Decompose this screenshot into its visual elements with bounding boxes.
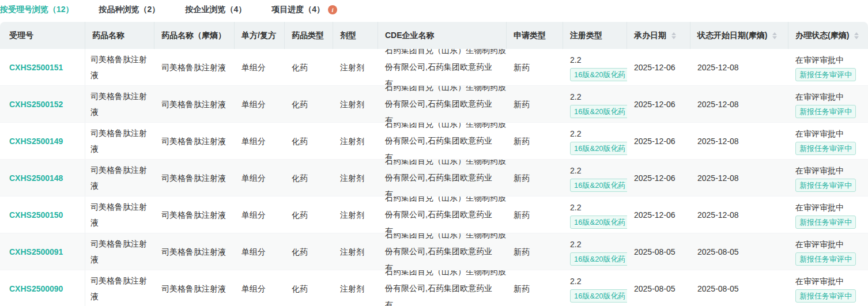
dosage-form-cell: 注射剂 bbox=[333, 123, 378, 159]
column-header-processing-status[interactable]: 办理状态(摩熵) bbox=[788, 22, 868, 49]
status-start-date-cell: 2025-12-08 bbox=[690, 49, 788, 85]
processing-status-value: 在审评审批中 bbox=[795, 275, 844, 288]
acceptance-date-cell: 2025-08-05 bbox=[627, 270, 690, 306]
column-header-drug-name: 药品名称 bbox=[85, 22, 154, 49]
acceptance-date-cell: 2025-12-06 bbox=[627, 197, 690, 233]
drug-name-cell: 司美格鲁肽注射液 bbox=[85, 270, 154, 306]
dosage-form-cell: 注射剂 bbox=[333, 233, 378, 270]
cde-company-cell: 石药集团百克（山东）生物制药股份有限公司,石药集团欧意药业有... bbox=[378, 270, 507, 306]
column-header-status-start-date[interactable]: 状态开始日期(摩熵) bbox=[690, 22, 788, 49]
mono-compound-cell: 单组分 bbox=[235, 270, 285, 306]
column-header-drug-name-moxiang: 药品名称（摩熵） bbox=[154, 22, 235, 49]
dosage-form-cell: 注射剂 bbox=[333, 270, 378, 306]
column-header-drug-type: 药品类型 bbox=[285, 22, 333, 49]
application-type-cell: 新药 bbox=[507, 197, 563, 233]
acceptance-no-link[interactable]: CXHS2500149 bbox=[9, 133, 63, 149]
tab-bar: 按受理号浏览（12） 按品种浏览（2） 按企业浏览（4） 项目进度（4） i bbox=[0, 0, 868, 22]
column-header-label: 承办日期 bbox=[634, 31, 666, 41]
table-row: CXHS2500090 司美格鲁肽注射液 司美格鲁肽注射液 单组分 化药 注射剂… bbox=[0, 270, 868, 306]
column-header-label: 状态开始日期(摩熵) bbox=[697, 31, 767, 41]
column-header-application-type: 申请类型 bbox=[507, 22, 563, 49]
processing-status-cell: 在审评审批中 新报任务审评中 bbox=[788, 270, 868, 306]
table-header-row: 受理号 药品名称 药品名称（摩熵） 单方/复方 药品类型 剂型 CDE企业名称 … bbox=[0, 22, 868, 49]
drug-type-cell: 化药 bbox=[285, 160, 333, 196]
cde-company-cell: 石药集团百克（山东）生物制药股份有限公司,石药集团欧意药业有... bbox=[378, 86, 507, 122]
tab-browse-by-acceptance-no[interactable]: 按受理号浏览（12） bbox=[0, 5, 74, 15]
acceptance-date-cell: 2025-08-05 bbox=[627, 233, 690, 270]
acceptance-no-cell: CXHS2500148 bbox=[0, 160, 85, 196]
sort-icon[interactable] bbox=[772, 32, 777, 39]
processing-status-badge: 新报任务审评中 bbox=[795, 105, 856, 118]
registration-type-cell: 2.2 16版&20版化药 bbox=[563, 233, 627, 270]
status-start-date-cell: 2025-12-08 bbox=[690, 160, 788, 196]
application-type-cell: 新药 bbox=[507, 123, 563, 159]
drug-type-cell: 化药 bbox=[285, 123, 333, 159]
tab-label: 项目进度（4） bbox=[271, 5, 324, 15]
status-start-date-cell: 2025-12-08 bbox=[690, 197, 788, 233]
drug-name-moxiang-cell: 司美格鲁肽注射液 bbox=[154, 123, 235, 159]
processing-status-cell: 在审评审批中 新报任务审评中 bbox=[788, 49, 868, 85]
tab-label: 按受理号浏览（12） bbox=[0, 5, 74, 15]
drug-type-cell: 化药 bbox=[285, 197, 333, 233]
acceptance-no-link[interactable]: CXHS2500091 bbox=[9, 244, 63, 260]
tab-browse-by-variety[interactable]: 按品种浏览（2） bbox=[99, 5, 160, 15]
registration-type-value: 2.2 bbox=[570, 164, 581, 177]
processing-status-badge: 新报任务审评中 bbox=[795, 179, 856, 192]
registration-type-cell: 2.2 16版&20版化药 bbox=[563, 123, 627, 159]
acceptance-no-link[interactable]: CXHS2500151 bbox=[9, 59, 63, 75]
cde-company-cell: 石药集团百克（山东）生物制药股份有限公司,石药集团欧意药业有... bbox=[378, 233, 507, 270]
registration-type-value: 2.2 bbox=[570, 201, 581, 214]
acceptance-no-link[interactable]: CXHS2500148 bbox=[9, 170, 63, 186]
drug-name-cell: 司美格鲁肽注射液 bbox=[85, 49, 154, 85]
table-row: CXHS2500149 司美格鲁肽注射液 司美格鲁肽注射液 单组分 化药 注射剂… bbox=[0, 123, 868, 160]
acceptance-date-cell: 2025-12-06 bbox=[627, 49, 690, 85]
drug-name-cell: 司美格鲁肽注射液 bbox=[85, 123, 154, 159]
acceptance-no-cell: CXHS2500149 bbox=[0, 123, 85, 159]
dosage-form-cell: 注射剂 bbox=[333, 86, 378, 122]
processing-status-cell: 在审评审批中 新报任务审评中 bbox=[788, 197, 868, 233]
sort-icon[interactable] bbox=[671, 32, 676, 39]
processing-status-value: 在审评审批中 bbox=[795, 90, 844, 103]
drug-type-cell: 化药 bbox=[285, 86, 333, 122]
registration-type-cell: 2.2 16版&20版化药 bbox=[563, 86, 627, 122]
registration-type-value: 2.2 bbox=[570, 238, 581, 251]
processing-status-badge: 新报任务审评中 bbox=[795, 142, 856, 155]
column-header-dosage-form: 剂型 bbox=[333, 22, 378, 49]
column-header-acceptance-no: 受理号 bbox=[0, 22, 85, 49]
acceptance-date-cell: 2025-12-06 bbox=[627, 86, 690, 122]
drug-type-cell: 化药 bbox=[285, 270, 333, 306]
mono-compound-cell: 单组分 bbox=[235, 86, 285, 122]
drug-name-moxiang-cell: 司美格鲁肽注射液 bbox=[154, 160, 235, 196]
tab-browse-by-company[interactable]: 按企业浏览（4） bbox=[185, 5, 246, 15]
sort-icon[interactable] bbox=[854, 32, 859, 39]
registration-type-value: 2.2 bbox=[570, 275, 581, 288]
column-header-cde-company: CDE企业名称 bbox=[378, 22, 507, 49]
tab-label: 按企业浏览（4） bbox=[185, 5, 246, 15]
registration-type-badge: 16版&20版化药 bbox=[570, 68, 627, 81]
drug-name-moxiang-cell: 司美格鲁肽注射液 bbox=[154, 233, 235, 270]
table-row: CXHS2500148 司美格鲁肽注射液 司美格鲁肽注射液 单组分 化药 注射剂… bbox=[0, 160, 868, 197]
processing-status-badge: 新报任务审评中 bbox=[795, 289, 856, 303]
drug-type-cell: 化药 bbox=[285, 49, 333, 85]
mono-compound-cell: 单组分 bbox=[235, 123, 285, 159]
table-row: CXHS2500151 司美格鲁肽注射液 司美格鲁肽注射液 单组分 化药 注射剂… bbox=[0, 49, 868, 86]
acceptance-no-link[interactable]: CXHS2500152 bbox=[9, 96, 63, 112]
acceptance-no-link[interactable]: CXHS2500090 bbox=[9, 281, 63, 297]
drug-name-moxiang-cell: 司美格鲁肽注射液 bbox=[154, 270, 235, 306]
acceptance-no-link[interactable]: CXHS2500150 bbox=[9, 207, 63, 223]
application-type-cell: 新药 bbox=[507, 86, 563, 122]
status-start-date-cell: 2025-08-05 bbox=[690, 270, 788, 306]
status-start-date-cell: 2025-12-08 bbox=[690, 86, 788, 122]
table-row: CXHS2500152 司美格鲁肽注射液 司美格鲁肽注射液 单组分 化药 注射剂… bbox=[0, 86, 868, 123]
processing-status-badge: 新报任务审评中 bbox=[795, 216, 856, 229]
acceptance-no-cell: CXHS2500152 bbox=[0, 86, 85, 122]
acceptance-no-cell: CXHS2500151 bbox=[0, 49, 85, 85]
mono-compound-cell: 单组分 bbox=[235, 49, 285, 85]
cde-company-cell: 石药集团百克（山东）生物制药股份有限公司,石药集团欧意药业有... bbox=[378, 49, 507, 85]
tab-project-progress[interactable]: 项目进度（4） i bbox=[271, 5, 337, 15]
application-type-cell: 新药 bbox=[507, 49, 563, 85]
processing-status-badge: 新报任务审评中 bbox=[795, 252, 856, 266]
column-header-acceptance-date[interactable]: 承办日期 bbox=[627, 22, 690, 49]
table-body: CXHS2500151 司美格鲁肽注射液 司美格鲁肽注射液 单组分 化药 注射剂… bbox=[0, 49, 868, 306]
info-icon[interactable]: i bbox=[328, 5, 337, 14]
